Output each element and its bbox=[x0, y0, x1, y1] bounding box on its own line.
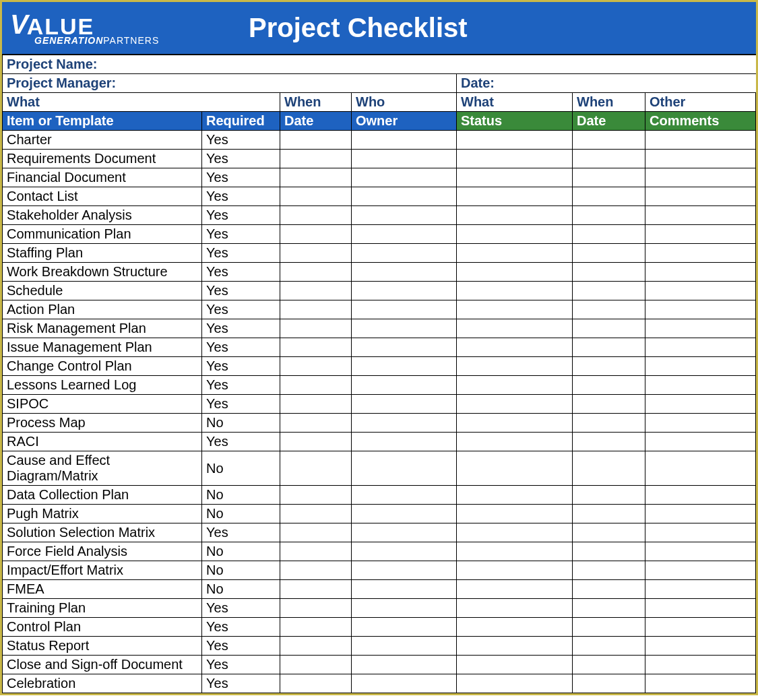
cell-status bbox=[457, 187, 573, 206]
cell-owner bbox=[352, 357, 457, 376]
cell-required: No bbox=[202, 414, 280, 433]
cell-comments bbox=[645, 168, 756, 187]
cell-comments bbox=[645, 599, 756, 618]
cell-required: Yes bbox=[202, 674, 280, 693]
cell-status bbox=[457, 505, 573, 523]
logo-text-generation: GENERATION bbox=[34, 35, 103, 46]
cell-item: Lessons Learned Log bbox=[3, 376, 202, 395]
table-row: Stakeholder AnalysisYes bbox=[3, 206, 756, 225]
cell-status bbox=[457, 542, 573, 561]
cell-date1 bbox=[280, 599, 352, 618]
cell-owner bbox=[352, 414, 457, 433]
cell-status bbox=[457, 433, 573, 451]
cell-status bbox=[457, 168, 573, 187]
cell-date2 bbox=[573, 674, 645, 693]
logo-text-partners: PARTNERS bbox=[103, 35, 159, 46]
cell-status bbox=[457, 282, 573, 300]
cell-date1 bbox=[280, 505, 352, 523]
cell-comments bbox=[645, 542, 756, 561]
cell-owner bbox=[352, 338, 457, 357]
cell-required: Yes bbox=[202, 357, 280, 376]
table-row: Communication PlanYes bbox=[3, 225, 756, 244]
col-header-date2: Date bbox=[573, 112, 645, 131]
meta-table: Project Name: Project Manager: Date: Wha… bbox=[2, 55, 756, 693]
cell-owner bbox=[352, 486, 457, 505]
cell-comments bbox=[645, 451, 756, 486]
table-row: Solution Selection MatrixYes bbox=[3, 523, 756, 542]
cell-status bbox=[457, 414, 573, 433]
cell-owner bbox=[352, 505, 457, 523]
cell-date2 bbox=[573, 561, 645, 580]
col-header-date: Date bbox=[280, 112, 352, 131]
cell-owner bbox=[352, 674, 457, 693]
cell-item: Communication Plan bbox=[3, 225, 202, 244]
cell-item: Schedule bbox=[3, 282, 202, 300]
cell-date1 bbox=[280, 206, 352, 225]
cell-item: Solution Selection Matrix bbox=[3, 523, 202, 542]
cell-date2 bbox=[573, 542, 645, 561]
cell-required: Yes bbox=[202, 395, 280, 414]
table-row: Staffing PlanYes bbox=[3, 244, 756, 263]
cell-owner bbox=[352, 131, 457, 150]
cell-owner bbox=[352, 376, 457, 395]
cell-status bbox=[457, 300, 573, 319]
cell-date2 bbox=[573, 523, 645, 542]
cell-comments bbox=[645, 580, 756, 599]
cell-comments bbox=[645, 523, 756, 542]
project-manager-label: Project Manager: bbox=[3, 74, 457, 93]
table-row: Training PlanYes bbox=[3, 599, 756, 618]
cell-owner bbox=[352, 150, 457, 168]
cell-required: Yes bbox=[202, 637, 280, 656]
table-row: Contact ListYes bbox=[3, 187, 756, 206]
cell-comments bbox=[645, 357, 756, 376]
cell-owner bbox=[352, 451, 457, 486]
cell-date2 bbox=[573, 131, 645, 150]
cell-owner bbox=[352, 282, 457, 300]
col-header-status: Status bbox=[457, 112, 573, 131]
cell-status bbox=[457, 263, 573, 282]
cell-date2 bbox=[573, 637, 645, 656]
cell-required: Yes bbox=[202, 206, 280, 225]
cell-required: Yes bbox=[202, 300, 280, 319]
table-row: Close and Sign-off DocumentYes bbox=[3, 656, 756, 674]
logo-v-icon: V bbox=[10, 11, 27, 38]
cell-status bbox=[457, 225, 573, 244]
cell-required: Yes bbox=[202, 244, 280, 263]
cell-owner bbox=[352, 618, 457, 637]
cell-item: Cause and Effect Diagram/Matrix bbox=[3, 451, 202, 486]
cell-date1 bbox=[280, 300, 352, 319]
cell-required: Yes bbox=[202, 131, 280, 150]
col-header-comments: Comments bbox=[645, 112, 756, 131]
cell-date2 bbox=[573, 300, 645, 319]
cell-date2 bbox=[573, 376, 645, 395]
table-row: CharterYes bbox=[3, 131, 756, 150]
cell-status bbox=[457, 131, 573, 150]
cell-status bbox=[457, 395, 573, 414]
cell-item: Action Plan bbox=[3, 300, 202, 319]
cell-date2 bbox=[573, 282, 645, 300]
cell-status bbox=[457, 338, 573, 357]
cell-date2 bbox=[573, 599, 645, 618]
cell-comments bbox=[645, 618, 756, 637]
cell-owner bbox=[352, 206, 457, 225]
cell-status bbox=[457, 244, 573, 263]
group-header-when2: When bbox=[573, 93, 645, 112]
cell-owner bbox=[352, 523, 457, 542]
logo: V ALUE GENERATIONPARTNERS bbox=[2, 11, 204, 46]
cell-item: RACI bbox=[3, 433, 202, 451]
group-header-who: Who bbox=[352, 93, 457, 112]
cell-date1 bbox=[280, 433, 352, 451]
cell-date1 bbox=[280, 618, 352, 637]
cell-item: Risk Management Plan bbox=[3, 319, 202, 338]
cell-required: Yes bbox=[202, 225, 280, 244]
cell-comments bbox=[645, 395, 756, 414]
cell-date1 bbox=[280, 282, 352, 300]
cell-status bbox=[457, 357, 573, 376]
cell-item: Work Breakdown Structure bbox=[3, 263, 202, 282]
cell-owner bbox=[352, 637, 457, 656]
page-title: Project Checklist bbox=[204, 13, 756, 43]
cell-item: Charter bbox=[3, 131, 202, 150]
cell-item: Issue Management Plan bbox=[3, 338, 202, 357]
cell-item: Stakeholder Analysis bbox=[3, 206, 202, 225]
cell-item: Status Report bbox=[3, 637, 202, 656]
